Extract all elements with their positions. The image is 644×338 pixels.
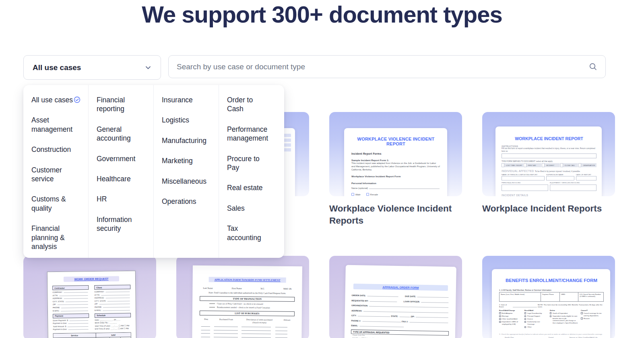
checkbox-icon bbox=[550, 312, 552, 314]
menu-item-label: Performance management bbox=[227, 125, 268, 143]
doc-field-line: CITY: STATE: ZIP: bbox=[351, 314, 449, 318]
table-header: Amount bbox=[279, 319, 295, 324]
menu-item[interactable]: Miscellaneous bbox=[162, 177, 212, 186]
doc-field: Name (optional) bbox=[351, 187, 440, 189]
table-header: Daytime Phone bbox=[541, 292, 559, 301]
doc-heading: APPRAISAL ORDER FORM bbox=[353, 284, 448, 291]
checkbox-icon bbox=[499, 321, 501, 323]
document-card-fund-settlement[interactable]: APPLICATION FORM TOWARDS FUND SETTLEMENT… bbox=[176, 256, 309, 338]
checkbox-group: Cancel? Cancel coverage for me and my de… bbox=[581, 309, 604, 328]
benefits-checkbox-item: Divorce bbox=[524, 318, 547, 320]
menu-item[interactable]: Insurance bbox=[162, 95, 212, 104]
menu-item[interactable]: All use cases bbox=[31, 95, 82, 104]
use-case-dropdown-button[interactable]: All use cases bbox=[23, 55, 161, 80]
ruled-row bbox=[201, 333, 293, 334]
table-header: Description of items purchased (Attach r… bbox=[239, 318, 279, 324]
blank-line bbox=[107, 301, 130, 302]
form-box bbox=[576, 176, 597, 180]
doc-field: Payment is Due: bbox=[53, 328, 89, 330]
menu-item[interactable]: Marketing bbox=[162, 156, 212, 165]
benefits-checkbox-item: Reason: bbox=[581, 317, 604, 320]
menu-item[interactable]: HR bbox=[97, 195, 147, 203]
blank-line bbox=[513, 307, 537, 307]
group-title: Cancel? bbox=[581, 309, 604, 311]
checkbox-icon bbox=[499, 318, 501, 320]
section-header: Contractor bbox=[52, 285, 89, 290]
document-card-benefits-enrollment[interactable]: BENEFITS ENROLLMENT/CHANGE FORM 1. U-M F… bbox=[482, 256, 615, 338]
menu-item-label: Real estate bbox=[227, 183, 263, 192]
search-bar[interactable] bbox=[168, 55, 606, 78]
doc-heading: WORKPLACE INCIDENT REPORT bbox=[502, 136, 597, 141]
menu-item[interactable]: Real estate bbox=[227, 183, 278, 192]
document-card-workplace-incident[interactable]: WORKPLACE INCIDENT REPORT INSTRUCTIONS F… bbox=[482, 112, 615, 227]
blank-line bbox=[358, 316, 390, 317]
field-label: Payment is Due: bbox=[53, 328, 67, 330]
doc-section: INDIVIDUAL AFFECTED To be filled in by p… bbox=[502, 170, 597, 172]
menu-item[interactable]: General accounting bbox=[97, 125, 147, 143]
table-headers-row: Date Purchased From Description of items… bbox=[200, 318, 295, 324]
menu-item[interactable]: Manufacturing bbox=[162, 136, 212, 145]
form-box bbox=[502, 185, 548, 191]
menu-item-label: Financial planning & analysis bbox=[31, 224, 65, 251]
blank-line bbox=[61, 311, 88, 311]
menu-item[interactable]: Procure to Pay bbox=[227, 154, 278, 172]
blank-line bbox=[103, 310, 130, 311]
form-option: CLOSE CALL bbox=[560, 163, 578, 167]
ruled-row bbox=[201, 337, 293, 338]
menu-item[interactable]: Financial planning & analysis bbox=[31, 224, 82, 251]
checkbox-label: Legal Guardianship bbox=[527, 312, 542, 315]
field-label: COMPANY: bbox=[94, 291, 104, 293]
document-card-appraisal[interactable]: APPRAISAL ORDER FORM ORDER DATE: DUE DAT… bbox=[329, 256, 462, 338]
document-card-workplace-violence[interactable]: WORKPLACE VIOLENCE INCIDENT REPORT Incid… bbox=[329, 112, 462, 227]
field-label: Payment is Due: bbox=[53, 322, 67, 324]
menu-item[interactable]: Sales bbox=[227, 204, 278, 213]
menu-item[interactable]: Customs & quality bbox=[31, 195, 82, 213]
field-label: DATE OF REPORT bbox=[576, 174, 597, 176]
checkbox-icon bbox=[581, 312, 583, 314]
menu-item[interactable]: Information security bbox=[97, 215, 147, 233]
checkbox-icon bbox=[502, 163, 504, 167]
menu-item[interactable]: Asset management bbox=[31, 116, 82, 134]
menu-item[interactable]: Construction bbox=[31, 145, 82, 154]
doc-paragraph: This incident report was adapted from Vi… bbox=[351, 162, 440, 171]
menu-item-label: All use cases bbox=[31, 95, 73, 104]
card-thumbnail: WORK ORDER REQUEST Contractor COMPANY:AT… bbox=[23, 256, 156, 338]
search-input[interactable] bbox=[177, 62, 589, 71]
field-label: ATTN: bbox=[94, 294, 100, 296]
menu-item[interactable]: Healthcare bbox=[97, 174, 147, 183]
document-card-work-order[interactable]: WORK ORDER REQUEST Contractor COMPANY:AT… bbox=[23, 256, 156, 338]
blank-line bbox=[59, 295, 88, 296]
doc-note: NOTE: This form must be received by SSC … bbox=[538, 304, 604, 308]
menu-item[interactable]: Order to Cash bbox=[227, 95, 278, 114]
benefits-checkbox-item: Cancel coverage for me and my dependents… bbox=[581, 312, 604, 317]
use-case-menu-panel: All use cases Asset management Construct… bbox=[23, 85, 284, 258]
checkbox-group: Enroll/Add Legal GuardianshipPrincipal S… bbox=[524, 309, 547, 328]
doc-field: E-MAIL: bbox=[95, 309, 131, 311]
field-label: DUE DATE: bbox=[405, 295, 416, 297]
form-option: FIRST AID bbox=[524, 163, 542, 167]
doc-field: CITY, STATE: bbox=[95, 300, 131, 302]
search-icon[interactable] bbox=[589, 62, 597, 71]
benefits-checkbox-item: Principal Support bbox=[524, 315, 547, 317]
checkbox-groups: Enroll/Add/Change Birth/AdoptionMarriage… bbox=[499, 309, 604, 328]
blank-line bbox=[105, 292, 130, 292]
card-grid-row-2: WORK ORDER REQUEST Contractor COMPANY:AT… bbox=[23, 256, 615, 338]
section-header: TYPE OF TRANSACTION bbox=[200, 296, 295, 302]
form-box bbox=[546, 176, 574, 180]
name-fields-row: Last NameFirst NameM.I.NMU IN bbox=[203, 287, 291, 290]
checkbox-icon bbox=[578, 163, 581, 167]
blank-line bbox=[416, 317, 448, 318]
doc-heading: BENEFITS ENROLLMENT/CHANGE FORM bbox=[499, 278, 604, 283]
blank-line bbox=[66, 301, 88, 302]
menu-item[interactable]: Tax accounting bbox=[227, 224, 278, 242]
menu-item[interactable]: Financial reporting bbox=[97, 95, 147, 114]
field-list: COMPANY:ATTN:ADDRESS:CITY, STATE:ZIP:PHO… bbox=[94, 290, 131, 311]
menu-item[interactable]: Customer service bbox=[31, 166, 82, 184]
checkbox-icon bbox=[499, 315, 501, 317]
blank-line bbox=[105, 298, 130, 299]
doc-field: End Time (if any): ___:___ ☐ AM ☐ PM bbox=[95, 328, 131, 330]
menu-item[interactable]: Performance management bbox=[227, 125, 278, 143]
menu-item[interactable]: Government bbox=[97, 154, 147, 163]
menu-item[interactable]: Logistics bbox=[162, 116, 212, 124]
menu-item[interactable]: Operations bbox=[162, 197, 212, 206]
